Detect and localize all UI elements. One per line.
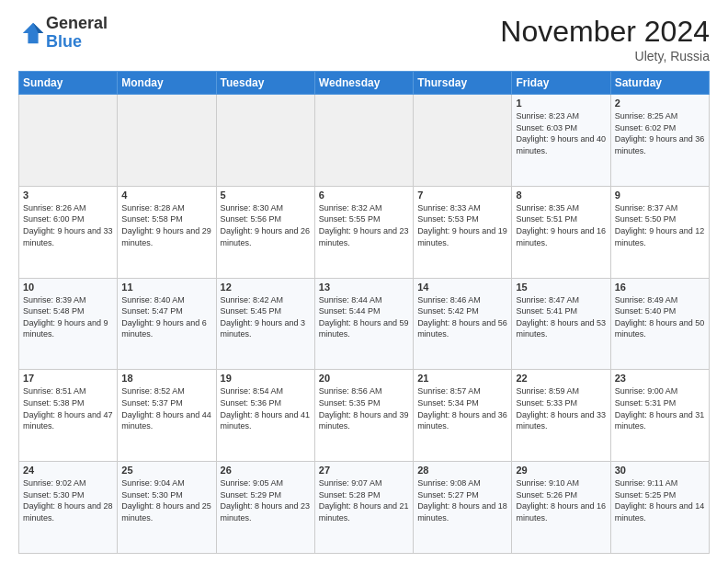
- day-cell: 13Sunrise: 8:44 AMSunset: 5:44 PMDayligh…: [314, 278, 413, 370]
- day-number: 3: [23, 190, 113, 201]
- day-number: 9: [615, 190, 705, 201]
- day-info: Sunrise: 9:07 AMSunset: 5:28 PMDaylight:…: [319, 477, 409, 523]
- page: General Blue November 2024 Ulety, Russia…: [0, 0, 728, 563]
- day-info: Sunrise: 8:30 AMSunset: 5:56 PMDaylight:…: [221, 202, 311, 248]
- day-number: 12: [221, 282, 311, 293]
- day-number: 2: [615, 98, 705, 109]
- weekday-header-monday: Monday: [118, 72, 216, 95]
- title-block: November 2024 Ulety, Russia: [500, 15, 710, 63]
- weekday-header-sunday: Sunday: [19, 72, 118, 95]
- day-cell: 24Sunrise: 9:02 AMSunset: 5:30 PMDayligh…: [19, 462, 118, 554]
- day-cell: 18Sunrise: 8:52 AMSunset: 5:37 PMDayligh…: [118, 370, 216, 462]
- day-number: 11: [121, 282, 211, 293]
- day-cell: 16Sunrise: 8:49 AMSunset: 5:40 PMDayligh…: [610, 278, 709, 370]
- day-number: 25: [121, 465, 211, 476]
- header: General Blue November 2024 Ulety, Russia: [18, 15, 710, 63]
- day-number: 13: [319, 282, 409, 293]
- day-number: 26: [221, 465, 311, 476]
- day-info: Sunrise: 8:40 AMSunset: 5:47 PMDaylight:…: [121, 294, 211, 340]
- day-info: Sunrise: 9:11 AMSunset: 5:25 PMDaylight:…: [615, 477, 705, 523]
- day-info: Sunrise: 8:57 AMSunset: 5:34 PMDaylight:…: [417, 385, 507, 431]
- day-info: Sunrise: 8:49 AMSunset: 5:40 PMDaylight:…: [615, 294, 705, 340]
- day-cell: 23Sunrise: 9:00 AMSunset: 5:31 PMDayligh…: [610, 370, 709, 462]
- day-info: Sunrise: 8:28 AMSunset: 5:58 PMDaylight:…: [121, 202, 211, 248]
- day-info: Sunrise: 8:56 AMSunset: 5:35 PMDaylight:…: [319, 385, 409, 431]
- logo-text: General Blue: [46, 15, 108, 52]
- day-info: Sunrise: 8:52 AMSunset: 5:37 PMDaylight:…: [121, 385, 211, 431]
- weekday-header-friday: Friday: [512, 72, 610, 95]
- day-number: 21: [417, 373, 507, 384]
- weekday-header-thursday: Thursday: [414, 72, 512, 95]
- month-title: November 2024: [500, 15, 710, 49]
- day-info: Sunrise: 8:47 AMSunset: 5:41 PMDaylight:…: [516, 294, 606, 340]
- week-row-5: 24Sunrise: 9:02 AMSunset: 5:30 PMDayligh…: [19, 462, 710, 554]
- day-number: 20: [319, 373, 409, 384]
- day-number: 14: [417, 282, 507, 293]
- day-info: Sunrise: 8:46 AMSunset: 5:42 PMDaylight:…: [417, 294, 507, 340]
- calendar-table: SundayMondayTuesdayWednesdayThursdayFrid…: [18, 71, 710, 554]
- day-info: Sunrise: 8:25 AMSunset: 6:02 PMDaylight:…: [615, 110, 705, 156]
- day-number: 8: [516, 190, 606, 201]
- day-number: 6: [319, 190, 409, 201]
- location: Ulety, Russia: [500, 49, 710, 63]
- day-number: 7: [417, 190, 507, 201]
- day-number: 30: [615, 465, 705, 476]
- day-info: Sunrise: 8:23 AMSunset: 6:03 PMDaylight:…: [516, 110, 606, 156]
- day-number: 18: [121, 373, 211, 384]
- day-number: 15: [516, 282, 606, 293]
- day-cell: 27Sunrise: 9:07 AMSunset: 5:28 PMDayligh…: [314, 462, 413, 554]
- day-info: Sunrise: 8:26 AMSunset: 6:00 PMDaylight:…: [23, 202, 113, 248]
- day-cell: 12Sunrise: 8:42 AMSunset: 5:45 PMDayligh…: [216, 278, 314, 370]
- day-info: Sunrise: 8:42 AMSunset: 5:45 PMDaylight:…: [221, 294, 311, 340]
- day-number: 5: [221, 190, 311, 201]
- day-cell: 30Sunrise: 9:11 AMSunset: 5:25 PMDayligh…: [610, 462, 709, 554]
- day-cell: 8Sunrise: 8:35 AMSunset: 5:51 PMDaylight…: [512, 186, 610, 278]
- weekday-header-tuesday: Tuesday: [216, 72, 314, 95]
- day-cell: 6Sunrise: 8:32 AMSunset: 5:55 PMDaylight…: [314, 186, 413, 278]
- day-cell: 9Sunrise: 8:37 AMSunset: 5:50 PMDaylight…: [610, 186, 709, 278]
- day-cell: 14Sunrise: 8:46 AMSunset: 5:42 PMDayligh…: [414, 278, 512, 370]
- day-info: Sunrise: 8:59 AMSunset: 5:33 PMDaylight:…: [516, 385, 606, 431]
- day-number: 17: [23, 373, 113, 384]
- day-number: 19: [221, 373, 311, 384]
- day-info: Sunrise: 8:37 AMSunset: 5:50 PMDaylight:…: [615, 202, 705, 248]
- day-cell: 7Sunrise: 8:33 AMSunset: 5:53 PMDaylight…: [414, 186, 512, 278]
- day-number: 10: [23, 282, 113, 293]
- day-number: 22: [516, 373, 606, 384]
- day-cell: 26Sunrise: 9:05 AMSunset: 5:29 PMDayligh…: [216, 462, 314, 554]
- day-info: Sunrise: 9:10 AMSunset: 5:26 PMDaylight:…: [516, 477, 606, 523]
- day-info: Sunrise: 9:08 AMSunset: 5:27 PMDaylight:…: [417, 477, 507, 523]
- week-row-4: 17Sunrise: 8:51 AMSunset: 5:38 PMDayligh…: [19, 370, 710, 462]
- day-cell: [216, 95, 314, 187]
- day-info: Sunrise: 8:35 AMSunset: 5:51 PMDaylight:…: [516, 202, 606, 248]
- day-cell: 19Sunrise: 8:54 AMSunset: 5:36 PMDayligh…: [216, 370, 314, 462]
- day-cell: 29Sunrise: 9:10 AMSunset: 5:26 PMDayligh…: [512, 462, 610, 554]
- day-cell: [19, 95, 118, 187]
- day-cell: 20Sunrise: 8:56 AMSunset: 5:35 PMDayligh…: [314, 370, 413, 462]
- day-cell: 5Sunrise: 8:30 AMSunset: 5:56 PMDaylight…: [216, 186, 314, 278]
- weekday-header-saturday: Saturday: [610, 72, 709, 95]
- day-info: Sunrise: 9:04 AMSunset: 5:30 PMDaylight:…: [121, 477, 211, 523]
- day-cell: 17Sunrise: 8:51 AMSunset: 5:38 PMDayligh…: [19, 370, 118, 462]
- day-cell: [314, 95, 413, 187]
- day-number: 29: [516, 465, 606, 476]
- weekday-header-row: SundayMondayTuesdayWednesdayThursdayFrid…: [19, 72, 710, 95]
- day-cell: [414, 95, 512, 187]
- day-cell: 3Sunrise: 8:26 AMSunset: 6:00 PMDaylight…: [19, 186, 118, 278]
- weekday-header-wednesday: Wednesday: [314, 72, 413, 95]
- day-info: Sunrise: 8:39 AMSunset: 5:48 PMDaylight:…: [23, 294, 113, 340]
- day-number: 24: [23, 465, 113, 476]
- day-info: Sunrise: 8:51 AMSunset: 5:38 PMDaylight:…: [23, 385, 113, 431]
- day-cell: 28Sunrise: 9:08 AMSunset: 5:27 PMDayligh…: [414, 462, 512, 554]
- day-cell: 21Sunrise: 8:57 AMSunset: 5:34 PMDayligh…: [414, 370, 512, 462]
- week-row-1: 1Sunrise: 8:23 AMSunset: 6:03 PMDaylight…: [19, 95, 710, 187]
- day-number: 1: [516, 98, 606, 109]
- day-info: Sunrise: 9:00 AMSunset: 5:31 PMDaylight:…: [615, 385, 705, 431]
- day-cell: [118, 95, 216, 187]
- day-number: 23: [615, 373, 705, 384]
- logo: General Blue: [18, 15, 108, 52]
- logo-general: General: [46, 14, 108, 32]
- week-row-3: 10Sunrise: 8:39 AMSunset: 5:48 PMDayligh…: [19, 278, 710, 370]
- day-cell: 15Sunrise: 8:47 AMSunset: 5:41 PMDayligh…: [512, 278, 610, 370]
- day-cell: 11Sunrise: 8:40 AMSunset: 5:47 PMDayligh…: [118, 278, 216, 370]
